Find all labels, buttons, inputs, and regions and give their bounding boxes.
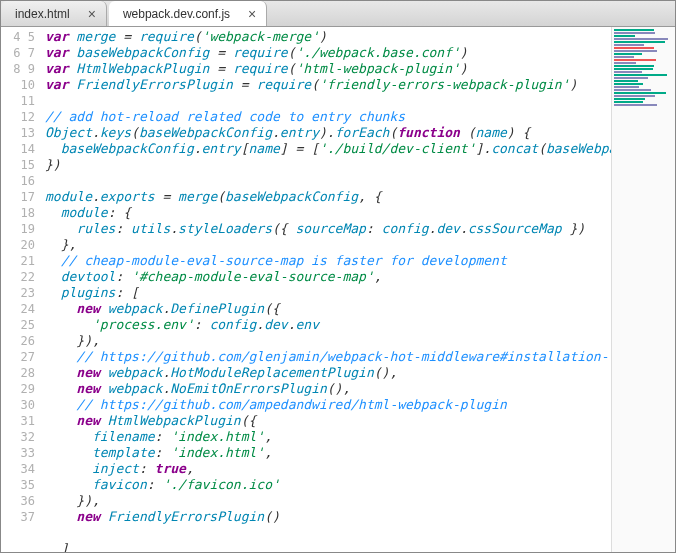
code-line[interactable]: [45, 173, 611, 189]
code-line[interactable]: 'process.env': config.dev.env: [45, 317, 611, 333]
code-line[interactable]: module.exports = merge(baseWebpackConfig…: [45, 189, 611, 205]
code-line[interactable]: [45, 93, 611, 109]
token-kw: function: [397, 125, 467, 140]
token-p: .: [92, 125, 100, 140]
minimap-line: [614, 29, 654, 31]
token-p: .: [170, 221, 178, 236]
token-p: ,: [374, 269, 382, 284]
minimap-line: [614, 68, 653, 70]
token-p: =: [162, 189, 178, 204]
code-line[interactable]: var baseWebpackConfig = require('./webpa…: [45, 45, 611, 61]
code-line[interactable]: }),: [45, 493, 611, 509]
token-fn: baseWebpackConfig: [76, 45, 217, 60]
token-plain: [45, 461, 92, 476]
minimap-line: [614, 86, 639, 88]
code-line[interactable]: new webpack.HotModuleReplacementPlugin()…: [45, 365, 611, 381]
code-line[interactable]: new webpack.NoEmitOnErrorsPlugin(),: [45, 381, 611, 397]
code-line[interactable]: rules: utils.styleLoaders({ sourceMap: c…: [45, 221, 611, 237]
code-line[interactable]: var HtmlWebpackPlugin = require('html-we…: [45, 61, 611, 77]
code-line[interactable]: favicon: './favicon.ico': [45, 477, 611, 493]
minimap-line: [614, 59, 656, 61]
token-fn: exports: [100, 189, 163, 204]
minimap[interactable]: [611, 27, 675, 552]
code-line[interactable]: // cheap-module-eval-source-map is faste…: [45, 253, 611, 269]
token-fn: name: [249, 141, 280, 156]
minimap-line: [614, 77, 648, 79]
close-icon[interactable]: ×: [248, 7, 256, 21]
token-kw: var: [45, 29, 76, 44]
code-line[interactable]: devtool: '#cheap-module-eval-source-map'…: [45, 269, 611, 285]
code-line[interactable]: inject: true,: [45, 461, 611, 477]
minimap-line: [614, 104, 657, 106]
token-fn: webpack: [108, 381, 163, 396]
code-line[interactable]: Object.keys(baseWebpackConfig.entry).for…: [45, 125, 611, 141]
token-fn: require: [233, 61, 288, 76]
token-p: , {: [358, 189, 381, 204]
code-line[interactable]: baseWebpackConfig.entry[name] = ['./buil…: [45, 141, 611, 157]
code-area[interactable]: var merge = require('webpack-merge')var …: [43, 27, 611, 552]
close-icon[interactable]: ×: [88, 7, 96, 21]
token-cm: // https://github.com/ampedandwired/html…: [76, 397, 506, 412]
editor-window: index.html×webpack.dev.conf.js× 4 5 6 7 …: [0, 0, 676, 553]
code-line[interactable]: },: [45, 237, 611, 253]
token-p: ): [460, 61, 468, 76]
code-line[interactable]: [45, 525, 611, 541]
token-kw: new: [76, 365, 107, 380]
token-p: ,: [186, 461, 194, 476]
code-line[interactable]: filename: 'index.html',: [45, 429, 611, 445]
editor-main: 4 5 6 7 8 9 10 11 12 13 14 15 16 17 18 1…: [1, 27, 675, 552]
code-line[interactable]: // https://github.com/glenjamin/webpack-…: [45, 349, 611, 365]
token-p: ).: [319, 125, 335, 140]
code-line[interactable]: var merge = require('webpack-merge'): [45, 29, 611, 45]
token-str: '#cheap-module-eval-source-map': [131, 269, 374, 284]
token-p: :: [194, 317, 210, 332]
token-p: .: [194, 141, 202, 156]
token-str: 'index.html': [170, 429, 264, 444]
token-fn: entry: [280, 125, 319, 140]
token-plain: [45, 141, 61, 156]
code-line[interactable]: ]: [45, 541, 611, 552]
code-line[interactable]: template: 'index.html',: [45, 445, 611, 461]
token-fn: template: [92, 445, 155, 460]
token-kw: new: [76, 509, 107, 524]
code-line[interactable]: }),: [45, 333, 611, 349]
tab-index-html[interactable]: index.html×: [1, 1, 107, 26]
token-p: =: [241, 77, 257, 92]
tab-webpack-dev-conf-js[interactable]: webpack.dev.conf.js×: [109, 1, 267, 26]
token-plain: [45, 397, 76, 412]
code-line[interactable]: plugins: [: [45, 285, 611, 301]
minimap-line: [614, 56, 634, 58]
token-p: :: [115, 221, 131, 236]
token-fn: utils: [131, 221, 170, 236]
code-line[interactable]: module: {: [45, 205, 611, 221]
token-fn: require: [256, 77, 311, 92]
code-line[interactable]: new webpack.DefinePlugin({: [45, 301, 611, 317]
tab-label: index.html: [15, 7, 70, 21]
token-p: ): [319, 29, 327, 44]
token-p: =: [123, 29, 139, 44]
token-p: (),: [327, 381, 350, 396]
code-line[interactable]: }): [45, 157, 611, 173]
token-plain: [45, 205, 61, 220]
token-fn: concat: [491, 141, 538, 156]
code-line[interactable]: var FriendlyErrorsPlugin = require('frie…: [45, 77, 611, 93]
token-p: :: [155, 429, 171, 444]
token-p: (: [311, 77, 319, 92]
code-line[interactable]: new FriendlyErrorsPlugin(): [45, 509, 611, 525]
token-plain: [45, 477, 92, 492]
token-fn: entry: [202, 141, 241, 156]
minimap-line: [614, 95, 655, 97]
token-plain: [45, 445, 92, 460]
token-str: 'html-webpack-plugin': [295, 61, 459, 76]
token-p: ].: [476, 141, 492, 156]
token-plain: [45, 253, 61, 268]
token-p: }),: [45, 493, 100, 508]
token-fn: baseWebpackConfi: [546, 141, 611, 156]
token-fn: rules: [76, 221, 115, 236]
minimap-line: [614, 74, 667, 76]
token-fn: FriendlyErrorsPlugin: [108, 509, 265, 524]
code-line[interactable]: // https://github.com/ampedandwired/html…: [45, 397, 611, 413]
code-line[interactable]: // add hot-reload related code to entry …: [45, 109, 611, 125]
code-line[interactable]: new HtmlWebpackPlugin({: [45, 413, 611, 429]
minimap-line: [614, 53, 642, 55]
